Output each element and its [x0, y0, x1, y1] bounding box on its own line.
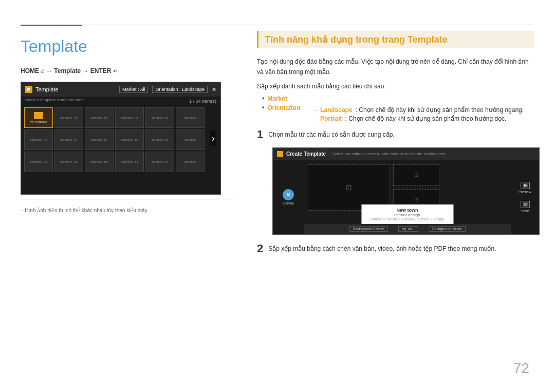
cancel-button[interactable]: Cancel [283, 189, 294, 205]
orientation-label: Orientation [267, 104, 300, 111]
ct-main-area: ⊡ ⊡ ⊡ New town interior design [304, 160, 511, 234]
ct-subtitle: Select the editable zone to add content … [332, 152, 447, 156]
ct-title: Create Template [286, 151, 326, 157]
ts-count: 1 / 64 Item(s) [189, 99, 216, 104]
save-icon [521, 201, 530, 208]
template-cell[interactable]: common_03 [54, 107, 83, 128]
bullet-orientation: Orientation Landscape : Chọn chế độ này … [262, 104, 534, 124]
desc-text: Tạo nội dung độc đáo bằng các mẫu. Việc … [257, 57, 534, 78]
home-label: HOME [21, 67, 39, 74]
ts-header: Template Market : All Orientation : Land… [21, 82, 220, 97]
template-cell[interactable]: common_09 [115, 107, 144, 128]
ct-info-desc: Sometime activities a dream, become a de… [369, 217, 445, 221]
top-line-accent [21, 25, 82, 26]
template-screenshot: Template Market : All Orientation : Land… [21, 82, 221, 195]
arrow2: → [82, 67, 88, 74]
ct-info-title: New town [369, 208, 445, 213]
portrait-text: : Chọn chế độ này khi sử dụng sản phẩm t… [345, 115, 507, 122]
background-music-btn[interactable]: Background Music [429, 226, 466, 232]
ts-header-right: Market : All Orientation : Landscape ✕ [119, 86, 216, 93]
home-nav: HOME ⌂ → Template → ENTER ↵ [21, 67, 236, 74]
ct-zone-stack: ⊡ ⊡ [393, 164, 439, 211]
ct-body: Cancel ⊡ ⊡ ⊡ [273, 160, 539, 234]
template-cell[interactable]: common_03 [24, 152, 53, 172]
image-placeholder-icon-3: ⊡ [414, 197, 418, 202]
cancel-label: Cancel [283, 201, 294, 205]
market-label: Market [267, 95, 287, 102]
preview-button[interactable]: Preview [519, 182, 531, 194]
feature-list: Market Orientation Landscape : Chọn chế … [262, 95, 534, 124]
template-cell[interactable]: common_07 [85, 129, 114, 150]
template-cell[interactable]: common_13 [145, 129, 174, 150]
ct-left-panel: Cancel [273, 160, 304, 234]
svg-rect-2 [27, 89, 30, 90]
template-cell[interactable]: common [176, 107, 205, 128]
bg-co-btn[interactable]: bg_co... [398, 226, 418, 232]
template-cell[interactable]: common_05 [54, 152, 83, 172]
nav-template-link[interactable]: Template [54, 67, 81, 74]
step1-number: 1 [257, 129, 263, 140]
ts-title: Template [35, 86, 59, 92]
home-icon: ⌂ [41, 67, 44, 74]
my-template-cell[interactable]: My Template [24, 107, 53, 128]
ct-header: Create Template Select the editable zone… [273, 148, 539, 160]
svg-rect-10 [524, 203, 527, 204]
landscape-label: Landscape [320, 106, 353, 114]
step1-text: Chọn mẫu từ các mẫu có sẵn được cung cấp… [268, 128, 394, 140]
ct-info-sub: interior design [369, 213, 445, 217]
template-cell[interactable]: common_10 [115, 129, 144, 150]
ts-orientation-filter[interactable]: Orientation : Landscape [152, 86, 208, 93]
save-label: Save [521, 209, 529, 213]
ts-icon [25, 86, 32, 93]
template-cell[interactable]: common_06 [85, 107, 114, 128]
ct-zone-row: ⊡ ⊡ ⊡ [308, 164, 507, 211]
ts-close-icon[interactable]: ✕ [212, 86, 216, 93]
right-column: Tính năng khả dụng trong trang Template … [257, 31, 534, 254]
ct-zone-top-right[interactable]: ⊡ [393, 164, 439, 186]
ct-icon [277, 151, 283, 157]
ts-market-filter[interactable]: Market : All [119, 86, 149, 93]
nav-enter-label: ENTER [90, 67, 112, 74]
template-cell[interactable]: common_01 [24, 129, 53, 150]
svg-rect-11 [524, 205, 526, 206]
preview-icon [521, 182, 530, 189]
bullet-market: Market [262, 95, 534, 102]
ct-zone-large[interactable]: ⊡ [308, 164, 390, 211]
ct-info-box: New town interior design Sometime activi… [361, 204, 453, 224]
left-column: Template HOME ⌂ → Template → ENTER ↵ Tem… [21, 31, 236, 213]
step2-row: 2 Sắp xếp mẫu bằng cách chèn văn bản, vi… [257, 242, 534, 254]
my-template-icon [34, 112, 43, 119]
landscape-item: Landscape : Chọn chế độ này khi sử dụng … [313, 106, 524, 114]
ts-nav-next-arrow[interactable]: › [210, 131, 216, 146]
landscape-text: : Chọn chế độ này khi sử dụng sản phẩm t… [356, 106, 524, 114]
orientation-sub-list: Landscape : Chọn chế độ này khi sử dụng … [313, 106, 524, 124]
my-template-label: My Template [30, 120, 47, 123]
screenshot-note: Hình ảnh hiện thị có thể khác nhau tùy t… [21, 208, 236, 213]
step2-number: 2 [257, 243, 263, 254]
template-cell[interactable]: common_12 [145, 107, 174, 128]
template-cell[interactable]: common_14 [145, 152, 174, 172]
save-button[interactable]: Save [521, 201, 530, 213]
template-cell[interactable]: common [176, 152, 205, 172]
svg-rect-3 [27, 90, 29, 91]
arrow1: → [46, 67, 52, 74]
image-placeholder-icon: ⊡ [346, 183, 352, 192]
step2-text: Sắp xếp mẫu bằng cách chèn văn bản, vide… [268, 242, 496, 254]
screenshot-note-divider [21, 199, 236, 202]
background-screen-btn[interactable]: Background Screen [349, 226, 388, 232]
ct-footer: Background Screen bg_co... Background Mu… [304, 224, 511, 234]
page-number: 72 [513, 360, 529, 377]
template-cell[interactable]: common_11 [115, 152, 144, 172]
enter-icon: ↵ [113, 67, 118, 74]
sort-text: Sắp xếp danh sách mẫu bằng các tiêu chí … [257, 83, 534, 90]
template-cell[interactable]: common_08 [85, 152, 114, 172]
ts-header-left: Template [25, 86, 59, 93]
ct-right-panel: Preview Save [511, 160, 539, 234]
template-cell[interactable]: common [176, 129, 205, 150]
svg-rect-1 [27, 88, 30, 89]
template-cell[interactable]: common_04 [54, 129, 83, 150]
step1-row: 1 Chọn mẫu từ các mẫu có sẵn được cung c… [257, 128, 534, 140]
section-title: Tính năng khả dụng trong trang Template [257, 31, 534, 48]
top-line [21, 25, 534, 25]
portrait-label: Portrait [320, 115, 342, 122]
